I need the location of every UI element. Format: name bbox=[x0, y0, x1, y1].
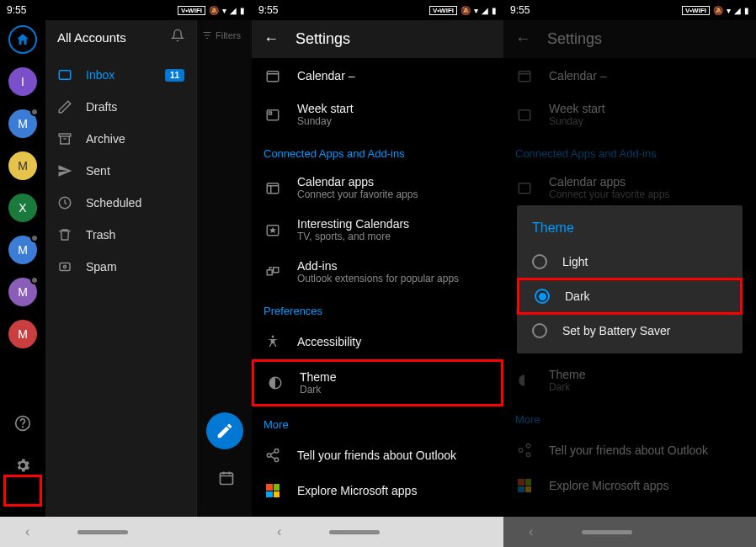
notification-icon[interactable] bbox=[171, 29, 184, 45]
folder-spam[interactable]: Spam bbox=[45, 251, 196, 283]
svg-point-28 bbox=[526, 453, 530, 457]
wifi-label: V•WIFI bbox=[178, 6, 205, 15]
row-tell[interactable]: Tell your friends about Outlook bbox=[252, 438, 503, 473]
svg-rect-14 bbox=[274, 268, 279, 273]
wifi-label: V•WIFI bbox=[682, 6, 710, 15]
row-title: Add-ins bbox=[297, 259, 492, 273]
row-title: Interesting Calendars bbox=[297, 217, 492, 231]
row-theme[interactable]: ThemeDark bbox=[252, 359, 503, 406]
row-title: Tell your friends about Outlook bbox=[297, 449, 492, 462]
nav-back[interactable]: ‹ bbox=[277, 524, 281, 539]
row-title: Calendar – bbox=[549, 69, 607, 82]
archive-icon bbox=[57, 131, 72, 146]
filters-label[interactable]: Filters bbox=[216, 30, 241, 40]
section-connected: Connected Apps and Add-ins bbox=[503, 135, 756, 167]
row-weekstart[interactable]: Week startSunday bbox=[503, 93, 756, 135]
folder-label: Archive bbox=[86, 132, 125, 146]
row-title: Accessibility bbox=[297, 335, 492, 348]
account-avatar[interactable]: I bbox=[8, 67, 37, 96]
row-title: Calendar apps bbox=[549, 175, 744, 189]
calendar-icon bbox=[515, 66, 534, 85]
folder-drafts[interactable]: Drafts bbox=[45, 91, 196, 123]
row-weekstart[interactable]: Week startSunday bbox=[252, 93, 503, 135]
svg-rect-13 bbox=[267, 270, 272, 275]
trash-icon bbox=[57, 227, 72, 242]
theme-option-dark[interactable]: Dark bbox=[517, 278, 743, 315]
row-title: Explore Microsoft apps bbox=[297, 484, 492, 497]
microsoft-icon bbox=[515, 476, 534, 495]
wifi-icon: ▾ bbox=[474, 6, 478, 15]
folder-sent[interactable]: Sent bbox=[45, 155, 196, 187]
radio-icon bbox=[532, 254, 547, 269]
row-addins[interactable]: Add-insOutlook extensions for popular ap… bbox=[252, 251, 503, 293]
row-accessibility[interactable]: Accessibility bbox=[252, 324, 503, 359]
account-avatar[interactable]: X bbox=[8, 194, 37, 222]
row-calendar[interactable]: Calendar – bbox=[503, 58, 756, 93]
nav-handle[interactable] bbox=[329, 530, 380, 534]
svg-point-27 bbox=[519, 449, 523, 453]
row-tell[interactable]: Tell your friends about Outlook bbox=[503, 433, 756, 468]
folder-trash[interactable]: Trash bbox=[45, 219, 196, 251]
nav-back[interactable]: ‹ bbox=[529, 524, 533, 539]
account-avatar[interactable]: M bbox=[8, 109, 37, 138]
folder-inbox[interactable]: Inbox 11 bbox=[45, 59, 196, 91]
row-title: Week start bbox=[297, 102, 492, 115]
signal-icon: ◢ bbox=[230, 6, 237, 15]
battery-icon: ▮ bbox=[744, 6, 749, 15]
folder-scheduled[interactable]: Scheduled bbox=[45, 187, 196, 219]
filter-icon bbox=[202, 30, 212, 40]
svg-rect-8 bbox=[267, 72, 279, 82]
account-avatar[interactable]: M bbox=[8, 151, 37, 180]
theme-option-battery[interactable]: Set by Battery Saver bbox=[517, 315, 743, 347]
help-icon[interactable] bbox=[8, 409, 37, 438]
svg-rect-22 bbox=[519, 183, 530, 194]
addins-icon bbox=[264, 263, 282, 281]
nav-back[interactable]: ‹ bbox=[25, 524, 29, 539]
folder-archive[interactable]: Archive bbox=[45, 123, 196, 155]
unread-badge: 11 bbox=[165, 69, 184, 82]
account-avatar[interactable]: M bbox=[8, 278, 37, 306]
screen-theme-dialog: 9:55 V•WIFI 🔕 ▾ ◢ ▮ ← Settings Calendar … bbox=[503, 0, 756, 547]
theme-icon bbox=[266, 374, 285, 392]
status-time: 9:55 bbox=[7, 4, 26, 16]
redacted bbox=[358, 72, 408, 81]
folder-drawer: All Accounts Inbox 11 Drafts Archive bbox=[45, 20, 196, 517]
settings-icon[interactable] bbox=[8, 451, 37, 480]
calendar-icon[interactable] bbox=[218, 470, 235, 490]
status-icons: V•WIFI 🔕 ▾ ◢ ▮ bbox=[682, 6, 749, 15]
row-explore[interactable]: Explore Microsoft apps bbox=[252, 473, 503, 508]
row-sub: Sunday bbox=[549, 115, 744, 127]
back-arrow-icon[interactable]: ← bbox=[264, 30, 279, 48]
account-avatar[interactable]: M bbox=[8, 320, 37, 348]
status-bar: 9:55 V•WIFI 🔕 ▾ ◢ ▮ bbox=[503, 0, 756, 20]
row-title: Week start bbox=[549, 102, 744, 115]
nav-handle[interactable] bbox=[77, 530, 128, 534]
row-explore[interactable]: Explore Microsoft apps bbox=[503, 468, 756, 503]
account-avatar[interactable]: M bbox=[8, 236, 37, 264]
svg-point-17 bbox=[274, 449, 279, 454]
svg-rect-21 bbox=[519, 110, 530, 120]
row-sub: Outlook extensions for popular apps bbox=[297, 273, 492, 284]
svg-point-18 bbox=[267, 454, 271, 458]
inbox-icon bbox=[57, 67, 72, 82]
nav-handle[interactable] bbox=[582, 530, 632, 534]
compose-fab[interactable] bbox=[206, 412, 243, 449]
row-calapps[interactable]: Calendar appsConnect your favorite apps bbox=[503, 167, 756, 209]
folder-label: Scheduled bbox=[86, 196, 141, 210]
svg-rect-5 bbox=[60, 263, 70, 271]
row-theme[interactable]: ThemeDark bbox=[503, 359, 756, 401]
android-navbar: ‹ bbox=[503, 517, 756, 547]
row-interesting[interactable]: Interesting CalendarsTV, sports, and mor… bbox=[252, 209, 503, 251]
settings-header: ← Settings bbox=[503, 20, 756, 58]
row-sub: Dark bbox=[549, 381, 744, 393]
calendar-icon bbox=[264, 66, 282, 85]
row-calapps[interactable]: Calendar appsConnect your favorite apps bbox=[252, 167, 503, 209]
row-calendar[interactable]: Calendar – bbox=[252, 58, 503, 93]
theme-option-light[interactable]: Light bbox=[517, 246, 743, 278]
dialog-title: Theme bbox=[517, 215, 743, 246]
folder-label: Drafts bbox=[86, 100, 117, 114]
home-avatar[interactable] bbox=[8, 25, 37, 54]
svg-point-1 bbox=[23, 427, 24, 428]
svg-point-15 bbox=[272, 336, 274, 338]
back-arrow-icon[interactable]: ← bbox=[515, 30, 530, 48]
